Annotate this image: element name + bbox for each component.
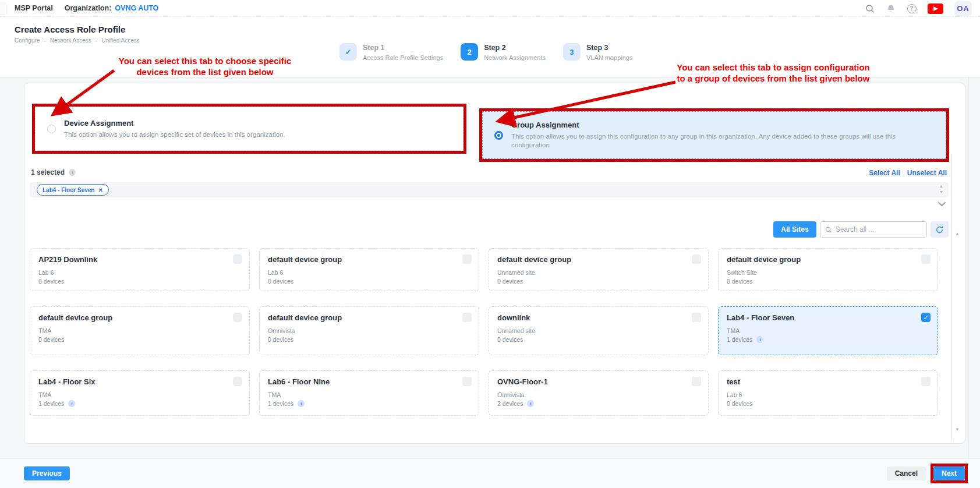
group-checkbox[interactable]: ✓ [692,313,701,322]
menu-stub-icon[interactable] [0,2,6,15]
group-card[interactable]: Lab4 - Floor Six TMA 1 devicesi ✓ [30,370,250,416]
step-2-network-assignments[interactable]: 2 Step 2 Network Assignments [461,43,546,61]
group-card[interactable]: default device group TMA 0 devices ✓ [30,306,250,355]
group-site: Omnivista [268,327,470,334]
group-checkbox[interactable]: ✓ [692,377,701,386]
group-site: Lab 6 [38,269,241,276]
group-devices: 0 devices [497,336,700,343]
group-name: default device group [497,255,700,264]
group-checkbox[interactable]: ✓ [921,254,931,264]
group-devices: 2 devicesi [497,400,700,407]
group-card[interactable]: OVNG-Floor-1 Omnivista 2 devicesi ✓ [489,370,709,416]
group-checkbox[interactable]: ✓ [233,377,242,386]
page-scrollbar[interactable] [968,17,969,488]
next-button[interactable]: Next [933,466,965,480]
previous-button[interactable]: Previous [24,466,70,480]
group-card[interactable]: default device group Switch Site 0 devic… [718,248,938,291]
device-assignment-description: This option allows you to assign specifi… [64,130,285,139]
youtube-icon[interactable] [928,3,943,14]
group-site: TMA [727,327,929,334]
avatar[interactable]: OA [954,1,972,16]
topbar: MSP Portal Organization: OVNG AUTO ? OA [0,0,980,17]
select-all-link[interactable]: Select All [869,169,900,177]
group-card[interactable]: AP219 Downlink Lab 6 0 devices ✓ [30,248,250,291]
step-3-vlan-mappings[interactable]: 3 Step 3 VLAN mappings [563,43,633,61]
organization-label: Organization: [65,4,112,12]
device-groups-grid: AP219 Downlink Lab 6 0 devices ✓ default… [30,248,938,416]
group-checkbox[interactable]: ✓ [462,377,472,386]
group-checkbox[interactable]: ✓ [921,313,931,322]
chip-remove-icon[interactable]: ✕ [98,187,102,193]
group-card[interactable]: default device group Omnivista 0 devices… [259,306,479,355]
chip-lab4-floor-seven[interactable]: Lab4 - Floor Seven ✕ [37,184,109,196]
search-icon [825,226,832,234]
device-assignment-option[interactable]: Device Assignment This option allows you… [35,107,464,151]
step-1-access-role-profile-settings[interactable]: ✓ Step 1 Access Role Profile Settings [339,43,443,61]
breadcrumb-item[interactable]: Configure [15,37,40,44]
breadcrumb-item[interactable]: Unified Access [101,37,140,44]
group-card[interactable]: test Lab 6 0 devices ✓ [718,370,938,416]
group-name: Lab4 - Floor Six [38,377,241,386]
group-name: test [727,377,929,386]
group-name: downlink [497,313,700,322]
search-input[interactable] [836,225,922,234]
info-icon[interactable]: i [756,336,763,343]
step-sublabel: Access Role Profile Settings [363,54,443,61]
grid-scroll-up-icon[interactable]: ▲ [955,231,960,236]
group-site: Unnamed site [497,327,700,334]
breadcrumb-item[interactable]: Network Access [50,37,91,44]
group-devices: 0 devices [727,400,929,407]
annotation-text-left: You can select this tab to choose specif… [100,55,310,77]
group-card[interactable]: Lab6 - Floor Nine TMA 1 devicesi ✓ [259,370,479,416]
info-icon[interactable]: i [527,400,534,407]
device-assignment-radio[interactable] [47,125,56,133]
group-assignment-option[interactable]: Group Assignment This option allows you … [482,111,946,159]
group-name: default device group [268,313,470,322]
info-icon[interactable]: i [69,169,76,176]
chip-scroll-up-icon[interactable]: ▲ [939,183,943,189]
step-label: Step 3 [586,44,633,52]
chevron-down-icon[interactable] [937,199,946,209]
group-checkbox[interactable]: ✓ [233,313,242,322]
annotation-box-group-assignment: Group Assignment This option allows you … [479,108,949,162]
group-site: Unnamed site [497,269,700,276]
annotation-text-right: You can select this tab to assign config… [642,62,904,84]
breadcrumb: Configure - Network Access - Unified Acc… [15,37,140,44]
cancel-button[interactable]: Cancel [887,466,926,480]
group-name: AP219 Downlink [38,255,241,264]
topbar-actions: ? OA [865,0,972,17]
breadcrumb-separator: - [95,37,97,44]
selected-chips-strip: Lab4 - Floor Seven ✕ ▲ ▼ [30,182,949,197]
all-sites-button[interactable]: All Sites [773,221,816,238]
group-checkbox[interactable]: ✓ [692,254,701,264]
notifications-bell-icon[interactable] [886,3,896,13]
unselect-all-link[interactable]: Unselect All [907,169,947,177]
group-card[interactable]: Lab4 - Floor Seven TMA 1 devicesi ✓ [718,306,938,355]
group-devices: 0 devices [497,278,700,285]
help-icon[interactable]: ? [907,3,917,13]
organization-value-link[interactable]: OVNG AUTO [115,4,158,12]
group-checkbox[interactable]: ✓ [462,313,472,322]
group-devices: 0 devices [38,336,241,343]
group-checkbox[interactable]: ✓ [462,254,472,264]
selection-links: Select All Unselect All [869,169,947,177]
step-2-badge: 2 [461,43,478,61]
network-assignments-panel: Device Assignment This option allows you… [24,83,965,444]
info-icon[interactable]: i [68,400,75,407]
group-devices: 1 devicesi [268,400,470,407]
group-card[interactable]: default device group Unnamed site 0 devi… [489,248,709,291]
group-site: Omnivista [497,391,700,398]
wizard-footer: Previous Cancel Next [0,458,980,488]
refresh-button[interactable] [931,221,949,238]
grid-scroll-down-icon[interactable]: ▼ [955,427,960,432]
chip-scroll-down-icon[interactable]: ▼ [939,189,943,195]
group-card[interactable]: downlink Unnamed site 0 devices ✓ [489,306,709,355]
group-assignment-radio[interactable] [494,131,503,140]
group-checkbox[interactable]: ✓ [233,254,242,264]
info-icon[interactable]: i [298,400,305,407]
group-assignment-description: This option allows you to assign this co… [511,132,934,150]
group-card[interactable]: default device group Lab 6 0 devices ✓ [259,248,479,291]
search-icon[interactable] [865,3,875,13]
group-checkbox[interactable]: ✓ [921,377,931,386]
step-3-badge: 3 [563,43,581,61]
